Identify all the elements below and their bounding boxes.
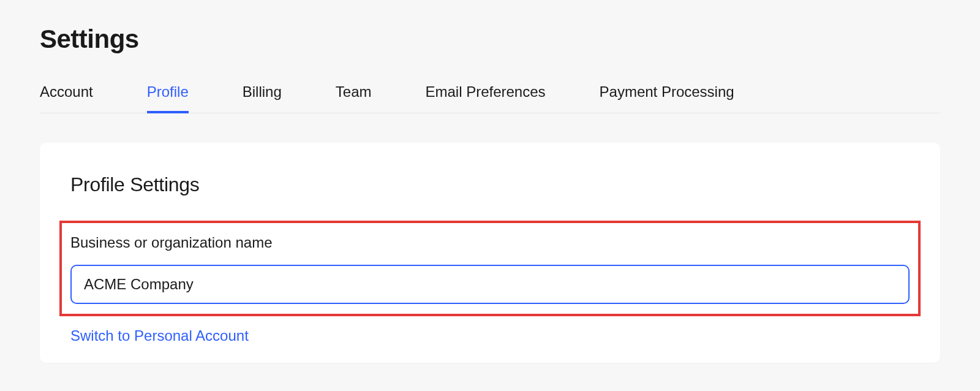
- tab-email-preferences[interactable]: Email Preferences: [425, 83, 545, 113]
- settings-tabs: Account Profile Billing Team Email Prefe…: [40, 83, 940, 113]
- profile-settings-card: Profile Settings Business or organizatio…: [40, 143, 940, 363]
- card-title: Profile Settings: [70, 173, 910, 196]
- tab-payment-processing[interactable]: Payment Processing: [600, 83, 734, 113]
- switch-to-personal-link[interactable]: Switch to Personal Account: [70, 327, 249, 344]
- tab-billing[interactable]: Billing: [243, 83, 282, 113]
- page-title: Settings: [40, 25, 940, 54]
- tab-profile[interactable]: Profile: [147, 83, 189, 113]
- org-name-label: Business or organization name: [70, 234, 910, 251]
- tab-account[interactable]: Account: [40, 83, 93, 113]
- org-name-input[interactable]: [70, 265, 910, 304]
- org-name-highlight: Business or organization name: [59, 221, 921, 316]
- tab-team[interactable]: Team: [336, 83, 372, 113]
